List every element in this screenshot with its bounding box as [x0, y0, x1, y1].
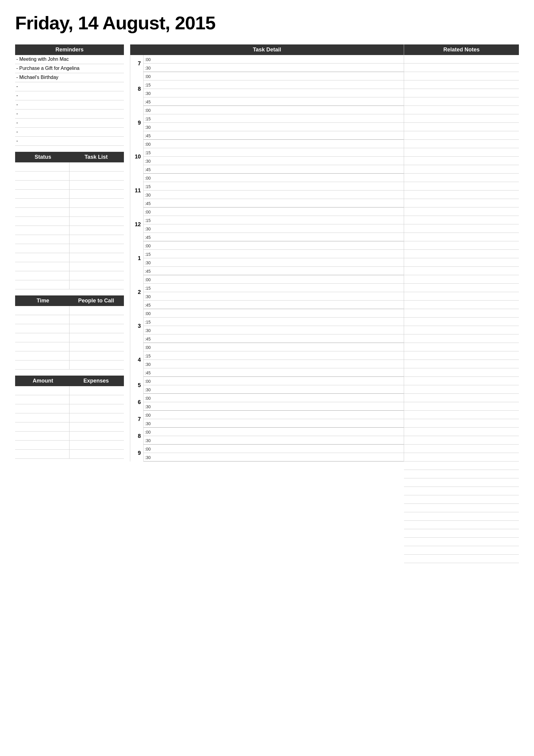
time-slot[interactable]: :30	[143, 258, 404, 267]
task-row[interactable]	[15, 280, 124, 289]
related-note-row[interactable]	[404, 106, 519, 114]
task-row[interactable]	[15, 271, 124, 280]
time-slot[interactable]: :30	[143, 419, 404, 428]
related-note-row[interactable]	[404, 267, 519, 275]
time-slot[interactable]: :45	[143, 301, 404, 309]
time-slot[interactable]: :15	[143, 114, 404, 123]
related-note-row[interactable]	[404, 224, 519, 233]
time-slot[interactable]: :30	[143, 436, 404, 445]
related-note-row[interactable]	[404, 292, 519, 301]
call-row[interactable]	[15, 342, 124, 351]
related-note-row[interactable]	[404, 207, 519, 216]
slot-content[interactable]	[154, 92, 404, 94]
slot-content[interactable]	[154, 431, 404, 433]
related-note-row[interactable]	[404, 411, 519, 419]
reminder-row[interactable]: -	[15, 128, 124, 137]
expense-row[interactable]	[15, 441, 124, 450]
time-slot[interactable]: :30	[143, 360, 404, 368]
slot-content[interactable]	[154, 287, 404, 289]
reminder-row[interactable]: -	[15, 109, 124, 119]
related-note-row[interactable]	[404, 419, 519, 428]
time-slot[interactable]: :30	[143, 224, 404, 233]
related-note-row[interactable]	[404, 165, 519, 174]
time-slot[interactable]: :15	[143, 216, 404, 224]
call-row[interactable]	[15, 333, 124, 342]
slot-content[interactable]	[154, 338, 404, 339]
expense-row[interactable]	[15, 450, 124, 459]
slot-content[interactable]	[154, 439, 404, 441]
related-note-row[interactable]	[404, 258, 519, 267]
related-note-row[interactable]	[404, 140, 519, 148]
task-row[interactable]	[15, 235, 124, 244]
task-row[interactable]	[15, 199, 124, 208]
time-slot[interactable]: :30	[143, 89, 404, 97]
related-note-row[interactable]	[404, 174, 519, 182]
time-slot[interactable]: :00	[143, 106, 404, 114]
time-slot[interactable]: :00	[143, 309, 404, 317]
related-note-row[interactable]	[404, 546, 519, 554]
related-note-row[interactable]	[404, 97, 519, 106]
related-note-row[interactable]	[404, 309, 519, 317]
reminder-row[interactable]: -	[15, 91, 124, 100]
expense-row[interactable]	[15, 413, 124, 422]
slot-content[interactable]	[154, 397, 404, 399]
slot-content[interactable]	[154, 219, 404, 221]
time-slot[interactable]: :45	[143, 131, 404, 140]
slot-content[interactable]	[154, 380, 404, 382]
time-slot[interactable]: :15	[143, 317, 404, 326]
slot-content[interactable]	[154, 389, 404, 391]
related-note-row[interactable]	[404, 284, 519, 292]
related-note-row[interactable]	[404, 317, 519, 326]
slot-content[interactable]	[154, 448, 404, 450]
related-note-row[interactable]	[404, 504, 519, 512]
time-slot[interactable]: :00	[143, 207, 404, 216]
related-note-row[interactable]	[404, 72, 519, 80]
slot-content[interactable]	[154, 202, 404, 204]
time-slot[interactable]: :30	[143, 326, 404, 335]
related-note-row[interactable]	[404, 216, 519, 224]
time-slot[interactable]: :45	[143, 233, 404, 241]
related-note-row[interactable]	[404, 368, 519, 377]
time-slot[interactable]: :15	[143, 284, 404, 292]
related-note-row[interactable]	[404, 343, 519, 351]
related-note-row[interactable]	[404, 80, 519, 89]
call-row[interactable]	[15, 324, 124, 333]
slot-content[interactable]	[154, 118, 404, 120]
related-note-row[interactable]	[404, 428, 519, 436]
task-row[interactable]	[15, 226, 124, 235]
task-row[interactable]	[15, 208, 124, 217]
time-slot[interactable]: :00	[143, 55, 404, 64]
slot-content[interactable]	[154, 58, 404, 60]
time-slot[interactable]: :45	[143, 335, 404, 343]
related-note-row[interactable]	[404, 275, 519, 284]
related-note-row[interactable]	[404, 402, 519, 411]
related-note-row[interactable]	[404, 495, 519, 504]
reminder-row[interactable]: -	[15, 119, 124, 128]
expense-row[interactable]	[15, 386, 124, 395]
slot-content[interactable]	[154, 312, 404, 314]
slot-content[interactable]	[154, 329, 404, 331]
related-note-row[interactable]	[404, 157, 519, 165]
expense-row[interactable]	[15, 404, 124, 413]
slot-content[interactable]	[154, 67, 404, 68]
related-note-row[interactable]	[404, 394, 519, 402]
slot-content[interactable]	[154, 228, 404, 230]
time-slot[interactable]: :30	[143, 402, 404, 411]
related-note-row[interactable]	[404, 360, 519, 368]
slot-content[interactable]	[154, 245, 404, 246]
task-row[interactable]	[15, 217, 124, 226]
slot-content[interactable]	[154, 160, 404, 162]
slot-content[interactable]	[154, 151, 404, 153]
related-note-row[interactable]	[404, 470, 519, 478]
time-slot[interactable]: :45	[143, 368, 404, 377]
task-row[interactable]	[15, 180, 124, 190]
slot-content[interactable]	[154, 456, 404, 458]
time-slot[interactable]: :45	[143, 97, 404, 106]
slot-content[interactable]	[154, 177, 404, 179]
related-note-row[interactable]	[404, 241, 519, 250]
slot-content[interactable]	[154, 295, 404, 297]
slot-content[interactable]	[154, 143, 404, 145]
related-note-row[interactable]	[404, 521, 519, 529]
related-note-row[interactable]	[404, 191, 519, 199]
slot-content[interactable]	[154, 169, 404, 170]
